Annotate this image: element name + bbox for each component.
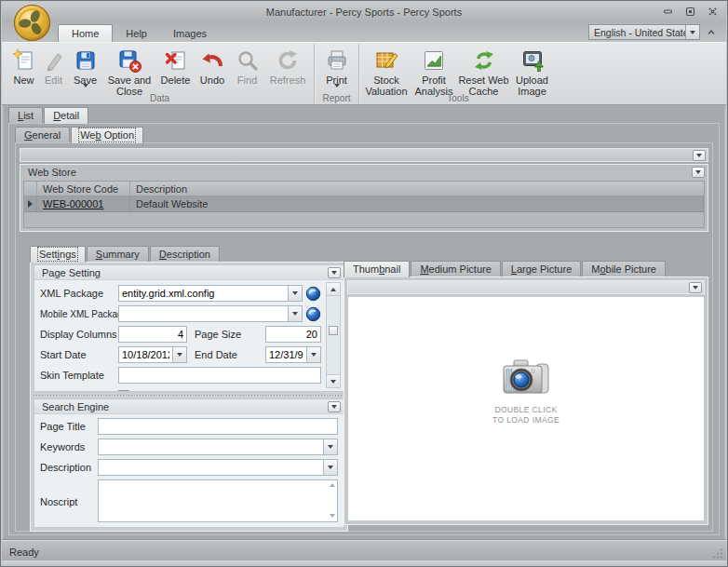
xml-config-button[interactable]	[305, 286, 321, 302]
published-row: Published ✓	[40, 387, 321, 392]
start-date-input[interactable]	[119, 347, 172, 362]
tab-large-picture[interactable]: Large Picture	[502, 261, 581, 277]
tab-thumbnail[interactable]: Thumbnail	[344, 261, 410, 277]
ribbon-tab-help[interactable]: Help	[113, 25, 160, 42]
keywords-dropdown-icon[interactable]	[323, 439, 337, 454]
mobile-xml-package-dropdown-icon[interactable]	[288, 306, 302, 321]
save-button[interactable]: Save	[68, 46, 102, 99]
ribbon-tab-images[interactable]: Images	[160, 25, 220, 42]
web-store-grid: Web Store Code Description WEB-000001 De…	[23, 181, 705, 228]
mobile-xml-config-button[interactable]	[305, 306, 321, 322]
language-dropdown-icon[interactable]	[685, 25, 699, 39]
tab-summary[interactable]: Summary	[87, 246, 149, 263]
noscript-scroll-up-icon[interactable]	[330, 483, 335, 487]
xml-package-combo[interactable]	[118, 285, 303, 302]
end-date-input[interactable]	[266, 347, 306, 362]
start-date-row: Start Date End Date	[40, 346, 321, 363]
tab-settings[interactable]: Settings	[30, 246, 86, 263]
group-label-data: Data	[6, 93, 314, 103]
tab-general[interactable]: General	[15, 127, 70, 143]
tab-detail[interactable]: Detail	[44, 107, 88, 124]
noscript-textarea[interactable]	[98, 479, 338, 522]
collapse-ribbon-icon[interactable]	[705, 26, 718, 38]
page-setting-scrollbar[interactable]	[326, 282, 341, 388]
save-and-close-button[interactable]: Save and Close	[102, 46, 156, 97]
tab-web-option[interactable]: Web Option	[71, 127, 143, 143]
scroll-up-icon[interactable]	[327, 283, 340, 296]
reset-web-cache-button[interactable]: Reset Web Cache	[457, 46, 510, 97]
page-size-label: Page Size	[195, 329, 265, 340]
language-combobox[interactable]: English - United States	[588, 24, 700, 40]
start-date-picker[interactable]	[118, 346, 187, 363]
web-store-collapse-icon[interactable]	[692, 167, 705, 178]
page-size-input[interactable]	[265, 326, 321, 343]
layout-dropdown-icon[interactable]	[693, 150, 706, 161]
search-engine-collapse-icon[interactable]	[328, 401, 341, 412]
skin-template-label: Skin Template	[40, 370, 118, 381]
end-date-dropdown-icon[interactable]	[306, 347, 320, 362]
edit-button[interactable]: Edit	[39, 46, 68, 86]
upload-image-button[interactable]: Upload Image	[510, 46, 554, 97]
grid-header-description[interactable]: Description	[130, 182, 704, 196]
skin-template-input[interactable]	[118, 367, 321, 384]
description-dropdown-icon[interactable]	[323, 460, 337, 475]
reset-web-cache-icon	[471, 47, 497, 74]
xml-package-input[interactable]	[119, 286, 288, 301]
web-store-code-link[interactable]: WEB-000001	[43, 198, 103, 209]
image-placeholder-text: DOUBLE CLICK TO LOAD IMAGE	[492, 405, 559, 425]
restore-icon[interactable]	[684, 6, 696, 18]
detail-page: General Web Option Web Store	[8, 123, 720, 535]
table-row[interactable]: WEB-000001 Default Website	[24, 196, 704, 212]
settings-panel: Page Setting XML Package	[30, 262, 348, 532]
xml-package-row: XML Package	[40, 285, 321, 302]
start-date-dropdown-icon[interactable]	[172, 347, 186, 362]
scroll-down-icon[interactable]	[327, 374, 340, 387]
keywords-input[interactable]	[99, 439, 323, 454]
new-button[interactable]: New	[8, 46, 39, 86]
xml-package-dropdown-icon[interactable]	[288, 286, 302, 301]
delete-button[interactable]: Delete	[156, 46, 195, 86]
app-logo-icon[interactable]	[13, 4, 51, 42]
display-columns-input[interactable]	[118, 326, 187, 343]
tab-list[interactable]: List	[8, 107, 43, 124]
published-checkbox[interactable]: ✓	[118, 390, 129, 392]
minimize-icon[interactable]	[662, 6, 674, 18]
display-columns-label: Display Columns	[40, 329, 118, 340]
stock-valuation-icon	[373, 47, 399, 74]
mobile-xml-package-row: Mobile XML Package	[40, 305, 321, 322]
edit-pencil-icon	[41, 47, 67, 74]
find-button[interactable]: Find	[230, 46, 264, 86]
delete-document-icon	[163, 47, 189, 74]
mobile-xml-package-combo[interactable]	[118, 305, 303, 322]
end-date-picker[interactable]	[265, 346, 321, 363]
noscript-scroll-down-icon[interactable]	[330, 514, 335, 518]
tab-description[interactable]: Description	[150, 246, 220, 263]
tab-medium-picture[interactable]: Medium Picture	[411, 261, 500, 277]
keywords-combo[interactable]	[98, 439, 338, 455]
tab-mobile-picture[interactable]: Mobile Picture	[582, 261, 666, 277]
thumbnail-caption-bar	[347, 280, 705, 294]
ribbon-tab-home[interactable]: Home	[58, 24, 113, 42]
xml-package-label: XML Package	[40, 288, 118, 299]
ribbon-tab-row: Home Help Images English - United States	[2, 21, 726, 42]
undo-button[interactable]: Undo	[195, 46, 230, 86]
scrollbar-thumb[interactable]	[329, 326, 338, 335]
print-button[interactable]: Print	[317, 46, 356, 99]
keywords-row: Keywords	[40, 439, 338, 455]
web-store-caption: Web Store	[20, 165, 708, 180]
grid-header-web-store-code[interactable]: Web Store Code	[37, 182, 130, 196]
thumbnail-image-area[interactable]: DOUBLE CLICK TO LOAD IMAGE	[347, 296, 705, 521]
close-icon[interactable]	[707, 6, 719, 18]
group-splitter[interactable]	[34, 393, 344, 398]
description-combo[interactable]	[98, 459, 338, 476]
page-setting-collapse-icon[interactable]	[328, 267, 341, 278]
thumbnail-dropdown-icon[interactable]	[689, 282, 702, 293]
description-input[interactable]	[99, 460, 323, 475]
mobile-xml-package-input[interactable]	[119, 306, 288, 321]
page-title-input[interactable]	[98, 418, 338, 435]
profit-analysis-button[interactable]: Profit Analysis	[411, 46, 457, 97]
resize-grip[interactable]	[712, 547, 723, 560]
stock-valuation-button[interactable]: Stock Valuation	[362, 46, 411, 97]
refresh-button[interactable]: Refresh	[264, 46, 311, 86]
save-floppy-icon	[73, 47, 99, 74]
